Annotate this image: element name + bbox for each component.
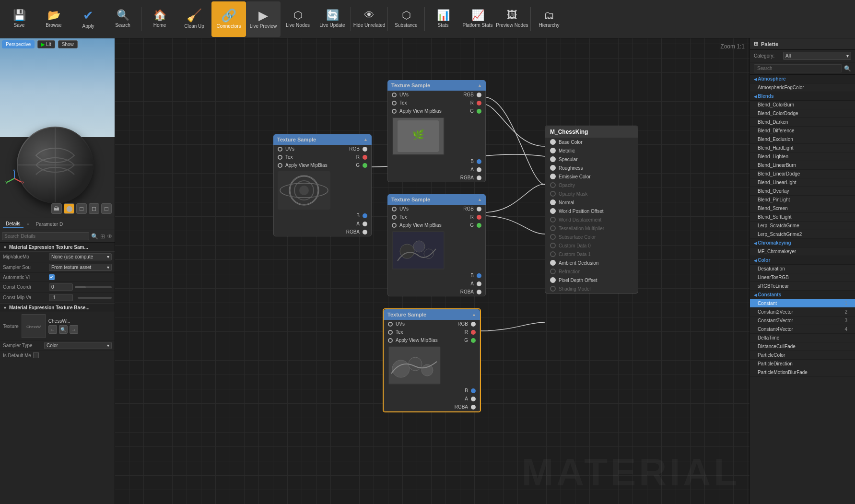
palette-item-hardlight[interactable]: Blend_HardLight [750,144,855,152]
tex-search[interactable]: 🔍 [59,325,68,334]
details-search-input[interactable] [2,232,89,240]
texture-node-1[interactable]: Texture Sample ▲ UVs RGB Tex R Apply Vie… [273,134,372,236]
palette-item-darken[interactable]: Blend_Darken [750,118,855,127]
stats-button[interactable]: 📊 Stats [426,1,460,37]
palette-section-constants[interactable]: Constants [750,291,855,299]
show-button[interactable]: Show [58,40,78,48]
section-tex-sample[interactable]: ▼ Material Expression Texture Sam... [0,243,115,252]
palette-category-select[interactable]: All ▾ [783,52,851,60]
cleanup-icon: 🧹 [187,9,202,22]
palette-item-lineartosrgb[interactable]: LinearTosRGB [750,273,855,282]
svg-text:Y: Y [5,180,8,185]
palette-item-screen[interactable]: Blend_Screen [750,204,855,213]
palette-item-lerpscratch[interactable]: Lerp_ScratchGrime [750,222,855,230]
palette-item-colordodge[interactable]: Blend_ColorDodge [750,109,855,118]
node2-tex-in [392,101,397,105]
save-button[interactable]: 💾 Save [2,1,36,37]
node2-r-out [477,101,481,105]
hideunrelated-button[interactable]: 👁 Hide Unrelated [352,1,387,37]
search-button[interactable]: 🔍 Search [105,1,140,37]
palette-section-color[interactable]: Color [750,256,855,265]
details-search-row: 🔍 ⊞ 👁 [0,230,115,243]
ctrl-sphere[interactable]: ⬤ [64,203,74,214]
livepreview-button[interactable]: ▶ Live Preview [246,1,281,37]
node3-b-out [477,273,481,278]
ctrl-teapot[interactable]: ◻ [101,203,112,214]
palette-item-pinlight[interactable]: Blend_PinLight [750,196,855,204]
mipvalue-dropdown[interactable]: None (use compute ▾ [49,253,112,260]
hierarchy-button[interactable]: 🗂 Hierarchy [532,1,566,37]
palette-search-input[interactable] [754,64,842,72]
palette-item-constant3vector[interactable]: Constant3Vector 3 [750,316,855,325]
samplersou-dropdown[interactable]: From texture asset ▾ [49,264,112,271]
platformstats-button[interactable]: 📈 Platform Stats [460,1,495,37]
palette-item-colorburn[interactable]: Blend_ColorBurn [750,101,855,109]
palette-section-blends[interactable]: Blends [750,92,855,101]
home-button[interactable]: 🏠 Home [142,1,177,37]
automaticvi-checkbox[interactable]: ✔ [49,274,55,280]
node3-collapse[interactable]: ▲ [478,197,482,202]
constmip-slider[interactable] [78,297,112,299]
palette-item-srgbtolinear[interactable]: sRGBToLinear [750,282,855,291]
palette-item-softlight[interactable]: Blend_SoftLight [750,213,855,222]
palette-item-lighten[interactable]: Blend_Lighten [750,152,855,161]
mchess-node[interactable]: M_ChessKing Base Color Metallic Specular… [545,126,638,293]
node1-collapse[interactable]: ▲ [363,137,368,142]
palette-item-distancecullfade[interactable]: DistanceCullFade [750,342,855,351]
palette-item-deltatime[interactable]: DeltaTime [750,334,855,342]
palette-item-linearburn[interactable]: Blend_LinearBurn [750,161,855,170]
palette-item-overlay[interactable]: Blend_Overlay [750,187,855,196]
constcoordi-slider[interactable] [75,286,112,288]
connectors-button[interactable]: 🔗 Connectors [211,1,246,37]
lit-button[interactable]: ▶Lit [37,40,55,48]
palette-item-constant4vector[interactable]: Constant4Vector 4 [750,325,855,334]
liveupdate-button[interactable]: 🔄 Live Update [315,1,350,37]
substance-button[interactable]: ⬡ Substance [389,1,423,37]
ctrl-cube[interactable]: ◻ [89,203,99,214]
node-editor[interactable]: Zoom 1:1 MATERIAL Texture Sample ▲ [115,38,750,504]
palette-item-desaturation[interactable]: Desaturation [750,265,855,273]
palette-item-exclusion[interactable]: Blend_Exclusion [750,135,855,144]
apply-button[interactable]: ✔ Apply [71,1,105,37]
node3-row-tex: Tex R [388,213,485,221]
previewnodes-button[interactable]: 🖼 Preview Nodes [495,1,529,37]
palette-section-chromakeying[interactable]: Chromakeying [750,239,855,247]
shadingmodel-dot [550,286,556,292]
tex-right-arrow[interactable]: → [70,325,78,334]
node2-row-a: A [388,165,485,174]
palette-item-lerpscratch2[interactable]: Lerp_ScratchGrime2 [750,230,855,239]
palette-item-chromakeyer[interactable]: MF_Chromakeyer [750,247,855,256]
perspective-button[interactable]: Perspective [2,40,35,48]
palette-item-difference[interactable]: Blend_Difference [750,127,855,135]
palette-item-particlemotionblur[interactable]: ParticleMotionBlurFade [750,368,855,377]
details-tab[interactable]: Details [3,220,23,228]
texture-node-3[interactable]: Texture Sample ▲ UVs RGB Tex R Apply Vie… [387,194,486,296]
texture-node-2[interactable]: Texture Sample ▲ UVs RGB Tex R Apply Vie… [387,80,486,182]
palette-item-constant2vector[interactable]: Constant2Vector 2 [750,308,855,316]
details-grid-icon[interactable]: ⊞ [100,233,105,240]
tex-left-arrow[interactable]: ← [48,325,57,334]
samplertype-dropdown[interactable]: Color ▾ [44,342,112,349]
palette-item-particlecolor[interactable]: ParticleColor [750,351,855,360]
palette-item-linearlight[interactable]: Blend_LinearLight [750,178,855,187]
livenodes-button[interactable]: ⬡ Live Nodes [281,1,315,37]
palette-item-constant[interactable]: Constant 1 [750,299,855,308]
palette-item-particledirection[interactable]: ParticleDirection [750,360,855,368]
details-eye-icon[interactable]: 👁 [107,233,113,240]
parameter-tab[interactable]: Parameter D [33,221,66,228]
isdefault-checkbox[interactable] [33,352,39,358]
ctrl-plane[interactable]: ◻ [76,203,87,214]
palette-item-atmosphericfogcolor[interactable]: AtmosphericFogColor [750,83,855,92]
node4-r-out [471,330,476,335]
ctrl-landscape[interactable]: 🏔 [51,203,62,214]
node4-collapse[interactable]: ▲ [472,312,476,317]
mchess-header: M_ChessKing [545,126,638,138]
texture-node-4[interactable]: Texture Sample ▲ UVs RGB Tex R Apply Vie… [383,308,481,412]
palette-item-lineardodge[interactable]: Blend_LinearDodge [750,170,855,178]
separator4 [424,7,425,31]
cleanup-button[interactable]: 🧹 Clean Up [177,1,211,37]
section-tex-base[interactable]: ▼ Material Expression Texture Base... [0,303,115,312]
palette-section-atmosphere[interactable]: Atmosphere [750,75,855,83]
node2-collapse[interactable]: ▲ [478,83,482,88]
browse-button[interactable]: 📂 Browse [36,1,71,37]
